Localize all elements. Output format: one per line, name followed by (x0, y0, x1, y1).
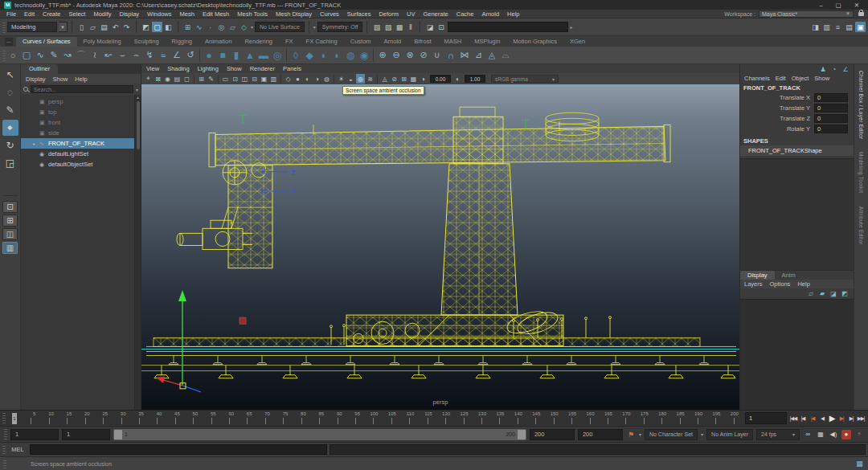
panel-grip[interactable] (2, 21, 6, 33)
xray-icon[interactable]: ⊘ (390, 74, 399, 84)
menu-item[interactable]: Edit Mesh (199, 10, 233, 18)
grease-pencil-icon[interactable]: ✎ (207, 74, 215, 84)
panel-grip[interactable] (2, 49, 6, 61)
menu-set-dropdown[interactable]: Modeling (7, 22, 57, 32)
frame-tick[interactable]: 190 (681, 411, 698, 426)
fps-dropdown[interactable]: 24 fps▾ (756, 429, 800, 440)
dock-tab[interactable]: Channel Box / Layer Editor (858, 67, 864, 142)
render-settings-icon[interactable]: ⊡ (436, 22, 446, 32)
new-scene-icon[interactable]: ▯ (76, 22, 87, 32)
frame-tick[interactable]: 40 (140, 411, 158, 426)
separator[interactable] (194, 75, 194, 84)
menu-item[interactable]: Mesh (176, 10, 199, 18)
step-back-frame-button[interactable]: |◀ (799, 413, 807, 424)
safe-title-icon[interactable]: ▥ (269, 74, 278, 84)
pause-icon[interactable]: ‖ (405, 22, 416, 32)
play-backwards-button[interactable]: ◀ (818, 413, 826, 424)
outliner-item[interactable]: ▣ persp (21, 96, 141, 107)
playback-end-field[interactable]: 200 (530, 429, 575, 440)
frame-tick[interactable]: 160 (572, 411, 590, 426)
playblast-icon[interactable]: ▦ (816, 430, 825, 439)
exposure-icon[interactable]: ◑ (419, 74, 428, 84)
menu-item[interactable]: Select (65, 10, 90, 18)
separator[interactable] (286, 48, 287, 62)
move-layer-up-icon[interactable]: ▱ (807, 289, 815, 297)
nurbs-torus-icon[interactable]: ◎ (271, 48, 284, 63)
range-slider[interactable]: 1 200 (113, 429, 526, 440)
frame-tick[interactable]: 75 (266, 411, 284, 426)
menu-item[interactable]: Edit (20, 10, 39, 18)
shape-node-name[interactable]: FRONT_OF_TRACKShape (740, 145, 854, 156)
snap-to-curve-icon[interactable]: ∿ (194, 22, 204, 32)
rebuild-surfaces-icon[interactable]: ⋈ (458, 48, 471, 63)
menu-item[interactable]: Surfaces (343, 10, 375, 18)
viewport-menu-item[interactable]: View (146, 65, 164, 72)
channel-box-menu-item[interactable]: Object (792, 75, 809, 82)
menu-item[interactable]: Mesh Tools (233, 10, 272, 18)
chevron-right-icon[interactable]: ▸ (570, 24, 572, 30)
select-object-icon[interactable]: ▢ (152, 22, 162, 32)
frame-tick[interactable]: 130 (465, 411, 482, 426)
cached-playback-icon[interactable]: ⚡ (854, 430, 864, 439)
frame-tick[interactable]: 115 (410, 411, 428, 426)
shelf-tab[interactable]: Rendering (238, 37, 279, 47)
channel-slider-icon[interactable]: ∠ (841, 65, 850, 73)
outliner-item[interactable]: ▣ side (21, 128, 141, 138)
paint-select-tool[interactable]: ✎ (2, 102, 18, 118)
nurbs-circle-icon[interactable]: ○ (6, 48, 19, 63)
nurbs-square-icon[interactable]: ▢ (20, 48, 33, 63)
undo-icon[interactable]: ↶ (110, 22, 121, 32)
film-gate-icon[interactable]: ▭ (221, 74, 230, 84)
attach-surfaces-icon[interactable]: ⊕ (376, 48, 389, 63)
shelf-tab[interactable]: MASH (438, 37, 469, 47)
move-tool[interactable]: ⌖ (2, 120, 18, 136)
frame-tick[interactable]: 100 (356, 411, 374, 426)
expand-icon[interactable]: + (32, 141, 39, 146)
add-points-tool-icon[interactable]: ↜ (102, 48, 115, 63)
wireframe-icon[interactable]: ◇ (284, 74, 293, 84)
frame-tick[interactable]: 90 (320, 411, 338, 426)
playback-start-field[interactable]: 1 (62, 429, 110, 440)
menu-item[interactable]: Windows (143, 10, 175, 18)
auto-key-icon[interactable]: ⚑ (628, 431, 634, 439)
menu-item[interactable]: Deform (375, 10, 403, 18)
attribute-value-field[interactable]: 0 (814, 125, 848, 133)
maximize-button[interactable]: ▢ (836, 2, 841, 9)
redo-icon[interactable]: ↷ (121, 22, 132, 32)
frame-tick[interactable]: 165 (591, 411, 608, 426)
separator[interactable] (280, 75, 281, 84)
outliner-item[interactable]: ▣ top (21, 107, 141, 117)
resolution-gate-icon[interactable]: ⊡ (231, 74, 240, 84)
shelf-tab[interactable]: Motion Graphics (506, 37, 563, 47)
menu-item[interactable]: Generate (419, 10, 452, 18)
shelf-tab[interactable]: Animation (199, 37, 238, 47)
shelf-tab[interactable]: Custom (344, 37, 378, 47)
nurbs-cylinder-icon[interactable]: ▮ (230, 48, 243, 63)
frame-tick[interactable]: 70 (248, 411, 265, 426)
chevron-down-icon[interactable]: ▾ (701, 431, 703, 437)
menu-item[interactable]: Display (116, 10, 144, 18)
camera-attributes-icon[interactable]: ◉ (163, 74, 172, 84)
make-live-icon[interactable]: ◇ (239, 22, 249, 32)
frame-tick[interactable]: 30 (104, 411, 121, 426)
save-scene-icon[interactable]: ▤ (99, 22, 109, 32)
frame-tick[interactable]: 10 (31, 411, 49, 426)
outliner-menu-item[interactable]: Show (53, 76, 68, 83)
chevron-down-icon[interactable]: ▾ (136, 87, 138, 92)
live-surface-field[interactable]: No Live Surface (255, 22, 305, 32)
chevron-down-icon[interactable]: ▾ (313, 24, 316, 30)
anim-layer-dropdown[interactable]: No Anim Layer (706, 429, 753, 440)
frame-tick[interactable]: 60 (212, 411, 230, 426)
select-component-icon[interactable]: ◧ (163, 22, 174, 32)
extrude-icon[interactable]: ◗ (330, 48, 343, 63)
cv-curve-tool-icon[interactable]: ∿ (34, 48, 47, 63)
menu-item[interactable]: Cache (452, 10, 478, 18)
divider[interactable] (366, 21, 367, 33)
divider[interactable] (420, 21, 420, 33)
nurbs-cube-icon[interactable]: ■ (216, 48, 229, 63)
viewport-menu-item[interactable]: Lighting (198, 65, 223, 72)
viewport-menu-item[interactable]: Renderer (250, 65, 280, 72)
frame-tick[interactable]: 150 (536, 411, 554, 426)
ep-curve-tool-icon[interactable]: ↝ (61, 48, 74, 63)
frame-tick[interactable]: 95 (338, 411, 356, 426)
